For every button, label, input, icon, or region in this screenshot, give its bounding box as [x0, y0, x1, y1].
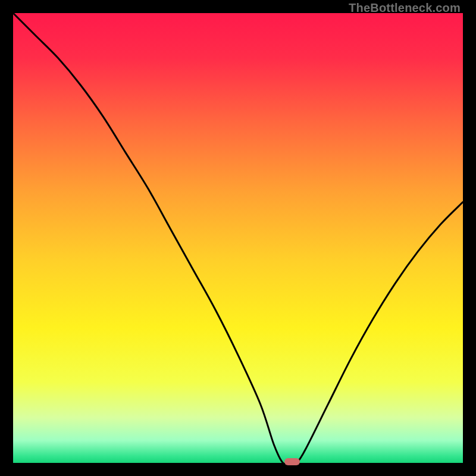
chart-frame: TheBottleneck.com: [0, 0, 476, 476]
svg-rect-0: [13, 13, 463, 463]
optimal-marker: [284, 458, 300, 465]
plot-background: [13, 13, 463, 463]
